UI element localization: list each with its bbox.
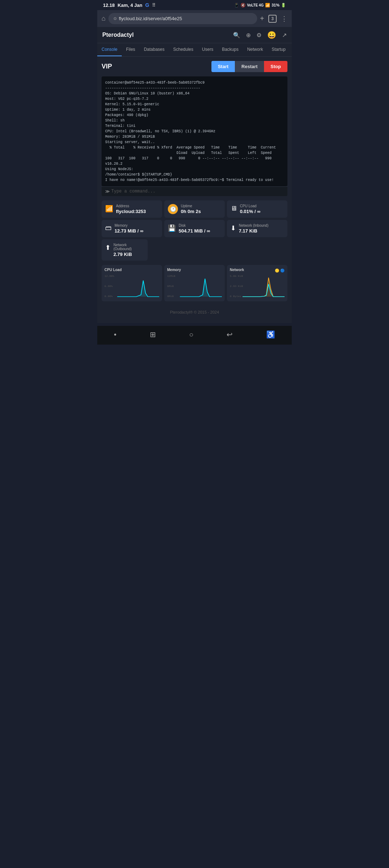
user-avatar[interactable]: 😀 [267,31,276,39]
svg-marker-7 [180,279,222,297]
nav-back[interactable]: ○ [189,331,193,339]
cpu-icon: 🖥 [231,205,237,212]
restart-button[interactable]: Restart [235,61,264,72]
dots-icon: ⠿ [152,3,156,8]
mute-icon: 🔇 [241,3,246,8]
stats-row-3: ⬆ Network (Outbound) 2.79 KiB [102,239,287,261]
nav-home-dot[interactable]: • [114,331,116,339]
stat-memory: 🗃 Memory 12.73 MiB / ∞ [102,220,162,237]
svg-text:12.00%: 12.00% [104,275,114,278]
date-display: Kam, 4 Jan [118,3,143,8]
stat-address: 📶 Address flycloud:3253 [102,200,162,218]
svg-marker-3 [117,280,159,297]
memory-label: Memory [115,223,143,227]
nav-accessibility[interactable]: ♿ [266,330,275,339]
svg-text:6.00%: 6.00% [104,285,113,288]
stat-cpu-load: 🖥 CPU Load 0.01% / ∞ [227,200,287,218]
net-in-label: Network (Inbound) [239,223,268,227]
charts-grid: CPU Load 12.00% 6.00% 0.00% Memory 12MiB [102,265,287,301]
tab-settings[interactable]: Settings [290,43,292,56]
net-in-value: 7.17 KiB [239,228,268,234]
tab-schedules[interactable]: Schedules [169,43,198,56]
layers-icon[interactable]: ⊕ [246,32,251,39]
external-link-icon[interactable]: ↗ [282,32,287,39]
app-title: Pterodactyl [102,32,233,38]
main-content: VIP Start Restart Stop container@a0f54e2… [97,57,292,323]
console-terminal: container@a0f54e25-a433-483f-beeb-5ab053… [102,76,287,186]
search-icon[interactable]: 🔍 [233,32,240,39]
disk-icon: 💾 [168,224,176,232]
uptime-value: 0h 0m 2s [181,209,201,214]
console-input[interactable] [111,189,284,194]
server-header: VIP Start Restart Stop [102,61,287,72]
chart-network-title: Network [230,268,244,272]
nav-tabs: Console Files Databases Schedules Users … [97,43,292,57]
uptime-label: Uptime [181,204,201,208]
tab-count[interactable]: 3 [268,15,277,23]
url-bar[interactable]: ⊙ flycloud.biz.id/server/a0f54e25 [108,13,257,24]
nav-recents[interactable]: ⊞ [150,330,156,339]
footer: Pterodactyl® © 2015 - 2024 [102,306,287,319]
network-out-icon: ⬆ [105,244,111,252]
chart-cpu-title: CPU Load [104,268,159,272]
chart-network-area: 5.86 KiB 2.93 KiB 0 Bytes [230,273,285,298]
app-header: Pterodactyl 🔍 ⊕ ⚙ 😀 ↗ [97,27,292,43]
settings-icon[interactable]: ⚙ [256,32,261,39]
stat-uptime: 🕐 Uptime 0h 0m 2s [164,200,225,218]
console-input-bar: ≫ [102,186,287,196]
start-button[interactable]: Start [211,61,235,72]
stat-network-inbound: ⬇ Network (Inbound) 7.17 KiB [227,220,287,237]
memory-icon: 🗃 [105,224,112,232]
server-name: VIP [102,63,112,70]
action-buttons: Start Restart Stop [211,61,287,72]
url-text: flycloud.biz.id/server/a0f54e25 [119,16,252,21]
stats-row-2: 🗃 Memory 12.73 MiB / ∞ 💾 Disk 504.71 MiB… [102,220,287,237]
network-inbound-legend: 🟡 [275,269,279,273]
wifi-stat-icon: 📶 [105,205,113,213]
stop-button[interactable]: Stop [264,61,287,72]
chart-network: Network 🟡 🔵 5.86 KiB 2.93 KiB 0 Bytes [227,265,287,301]
stats-row-1: 📶 Address flycloud:3253 🕐 Uptime 0h 0m 2… [102,200,287,218]
stat-network-outbound: ⬆ Network (Outbound) 2.79 KiB [102,239,148,261]
nav-enter[interactable]: ↩ [227,330,233,339]
tab-console[interactable]: Console [97,43,122,56]
address-value: flycloud:3253 [116,209,146,214]
footer-text: Pterodactyl® © 2015 - 2024 [170,310,219,314]
cpu-label: CPU Load [240,204,260,208]
google-icon: G [145,2,149,8]
status-bar: 12.18 Kam, 4 Jan G ⠿ 📱 🔇 VoLTE 4G 📶 31% … [97,0,292,10]
tab-startup[interactable]: Startup [267,43,290,56]
network-outbound-legend: 🔵 [280,269,285,273]
signal-icon: 📶 [265,3,270,8]
chart-memory: Memory 12MiB 6MiB 0MiB [164,265,225,301]
tab-databases[interactable]: Databases [139,43,169,56]
bottom-nav: • ⊞ ○ ↩ ♿ [97,326,292,345]
cpu-value: 0.01% / ∞ [240,209,260,214]
add-tab-icon[interactable]: + [260,14,264,23]
svg-text:6MiB: 6MiB [167,285,174,288]
svg-text:0 Bytes: 0 Bytes [230,295,241,298]
tab-users[interactable]: Users [198,43,218,56]
time-display: 12.18 [103,3,115,8]
tab-backups[interactable]: Backups [218,43,243,56]
disk-value: 504.71 MiB / ∞ [179,228,210,234]
svg-text:2.93 KiB: 2.93 KiB [230,285,243,288]
svg-text:5.86 KiB: 5.86 KiB [230,275,243,278]
battery-icon: 🔋 [281,3,286,8]
net-out-label: Network (Outbound) [113,243,144,251]
chart-cpu: CPU Load 12.00% 6.00% 0.00% [102,265,162,301]
disk-label: Disk [179,223,210,227]
tab-network[interactable]: Network [243,43,267,56]
network-icon: VoLTE 4G [247,3,264,7]
svg-marker-11 [242,278,285,297]
console-prompt-icon: ≫ [105,189,110,194]
address-label: Address [116,204,146,208]
tab-files[interactable]: Files [122,43,139,56]
security-icon: ⊙ [113,16,117,21]
chart-memory-title: Memory [167,268,222,272]
svg-text:0MiB: 0MiB [167,295,174,298]
net-out-value: 2.79 KiB [113,252,144,257]
memory-value: 12.73 MiB / ∞ [115,228,143,234]
home-icon[interactable]: ⌂ [102,15,106,22]
menu-dots-icon[interactable]: ⋮ [281,15,287,23]
